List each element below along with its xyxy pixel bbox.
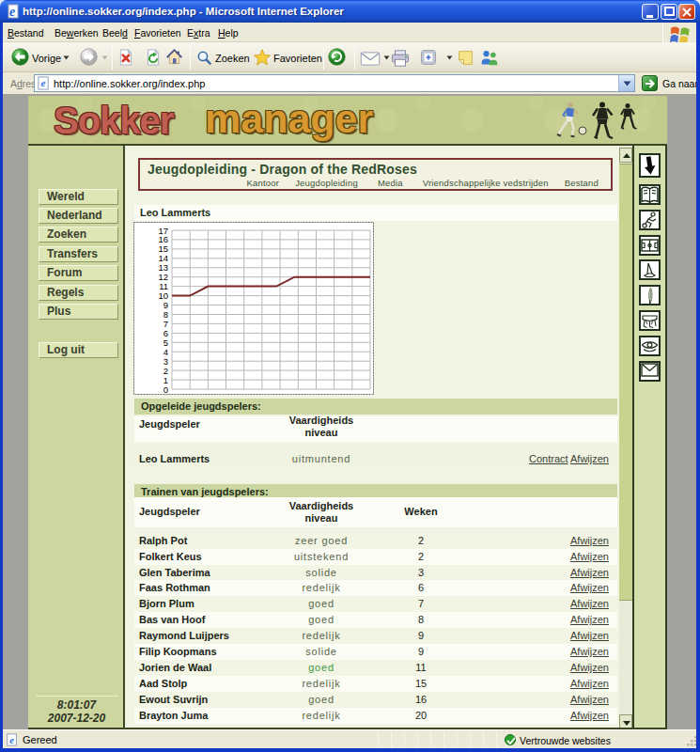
svg-text:15: 15 — [158, 243, 168, 254]
svg-text:12: 12 — [158, 272, 168, 282]
svg-text:0: 0 — [163, 384, 168, 395]
svg-text:e: e — [9, 735, 14, 745]
svg-text:e: e — [9, 5, 15, 19]
svg-text:13: 13 — [158, 262, 168, 273]
svg-text:2: 2 — [163, 366, 168, 376]
svg-text:10: 10 — [158, 290, 168, 301]
svg-text:e: e — [41, 77, 46, 88]
svg-text:17: 17 — [158, 226, 168, 236]
svg-text:14: 14 — [158, 253, 168, 263]
svg-text:3: 3 — [163, 356, 168, 367]
svg-text:9: 9 — [163, 300, 168, 310]
svg-text:5: 5 — [163, 337, 168, 348]
svg-text:4: 4 — [163, 347, 168, 357]
svg-text:6: 6 — [163, 328, 168, 338]
svg-text:7: 7 — [163, 319, 168, 329]
svg-text:11: 11 — [159, 281, 168, 291]
svg-text:16: 16 — [158, 234, 168, 244]
svg-text:8: 8 — [163, 309, 168, 320]
svg-text:1: 1 — [163, 375, 168, 385]
